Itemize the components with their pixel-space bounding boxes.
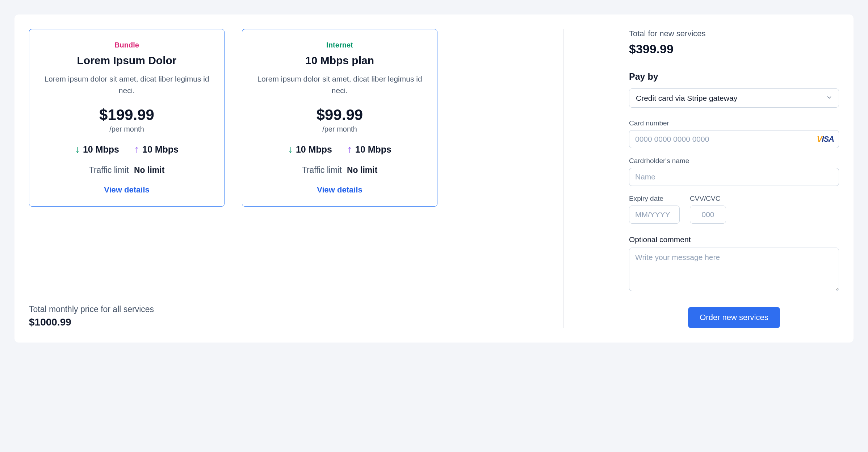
traffic-limit: Traffic limit No limit bbox=[252, 165, 427, 175]
expiry-cvv-row: Expiry date CVV/CVC bbox=[629, 195, 839, 232]
download-speed: ↓ 10 Mbps bbox=[288, 144, 332, 155]
expiry-input[interactable] bbox=[629, 206, 680, 224]
card-number-wrapper: VISA bbox=[629, 130, 839, 148]
arrow-down-icon: ↓ bbox=[75, 144, 80, 155]
plan-price: $99.99 bbox=[252, 106, 427, 124]
comment-label: Optional comment bbox=[629, 235, 839, 244]
comment-textarea[interactable] bbox=[629, 248, 839, 291]
cvv-col: CVV/CVC bbox=[690, 195, 726, 232]
plans-row: Bundle Lorem Ipsum Dolor Lorem ipsum dol… bbox=[29, 29, 549, 207]
plan-speeds: ↓ 10 Mbps ↑ 10 Mbps bbox=[252, 144, 427, 155]
plan-tag: Bundle bbox=[39, 41, 214, 49]
plan-card-internet: Internet 10 Mbps plan Lorem ipsum dolor … bbox=[242, 29, 437, 207]
download-speed: ↓ 10 Mbps bbox=[75, 144, 119, 155]
checkout-container: Bundle Lorem Ipsum Dolor Lorem ipsum dol… bbox=[14, 14, 854, 343]
payment-method-select[interactable]: Credit card via Stripe gateway bbox=[629, 88, 839, 108]
expiry-col: Expiry date bbox=[629, 195, 680, 232]
traffic-value: No limit bbox=[134, 165, 164, 175]
payment-method-select-wrapper: Credit card via Stripe gateway bbox=[629, 88, 839, 108]
traffic-value: No limit bbox=[347, 165, 377, 175]
plan-title: Lorem Ipsum Dolor bbox=[39, 54, 214, 67]
cardholder-input[interactable] bbox=[629, 168, 839, 186]
arrow-up-icon: ↑ bbox=[347, 144, 352, 155]
plan-description: Lorem ipsum dolor sit amet, dicat liber … bbox=[252, 73, 427, 96]
plan-price: $199.99 bbox=[39, 106, 214, 124]
expiry-label: Expiry date bbox=[629, 195, 680, 203]
plans-panel: Bundle Lorem Ipsum Dolor Lorem ipsum dol… bbox=[29, 29, 564, 328]
download-value: 10 Mbps bbox=[296, 144, 332, 155]
plan-tag: Internet bbox=[252, 41, 427, 49]
plan-period: /per month bbox=[252, 125, 427, 133]
arrow-up-icon: ↑ bbox=[134, 144, 139, 155]
cvv-input[interactable] bbox=[690, 206, 726, 224]
upload-value: 10 Mbps bbox=[355, 144, 391, 155]
download-value: 10 Mbps bbox=[83, 144, 119, 155]
arrow-down-icon: ↓ bbox=[288, 144, 293, 155]
plan-speeds: ↓ 10 Mbps ↑ 10 Mbps bbox=[39, 144, 214, 155]
new-services-total-value: $399.99 bbox=[629, 42, 839, 56]
traffic-limit: Traffic limit No limit bbox=[39, 165, 214, 175]
upload-speed: ↑ 10 Mbps bbox=[347, 144, 391, 155]
cvv-label: CVV/CVC bbox=[690, 195, 726, 203]
plan-card-bundle: Bundle Lorem Ipsum Dolor Lorem ipsum dol… bbox=[29, 29, 225, 207]
monthly-total: Total monthly price for all services $10… bbox=[29, 283, 549, 328]
monthly-total-value: $1000.99 bbox=[29, 316, 549, 328]
monthly-total-label: Total monthly price for all services bbox=[29, 304, 549, 314]
checkout-panel: Total for new services $399.99 Pay by Cr… bbox=[564, 29, 839, 328]
view-details-link[interactable]: View details bbox=[317, 185, 362, 194]
visa-icon: VISA bbox=[817, 134, 834, 144]
card-number-input[interactable] bbox=[629, 130, 839, 148]
cardholder-label: Cardrholder's name bbox=[629, 157, 839, 165]
plan-description: Lorem ipsum dolor sit amet, dicat liber … bbox=[39, 73, 214, 96]
view-details-link[interactable]: View details bbox=[104, 185, 150, 194]
pay-by-title: Pay by bbox=[629, 71, 839, 82]
card-number-label: Card number bbox=[629, 119, 839, 127]
traffic-label: Traffic limit bbox=[89, 165, 129, 175]
new-services-total-label: Total for new services bbox=[629, 29, 839, 38]
traffic-label: Traffic limit bbox=[302, 165, 342, 175]
plan-title: 10 Mbps plan bbox=[252, 54, 427, 67]
upload-speed: ↑ 10 Mbps bbox=[134, 144, 179, 155]
order-button[interactable]: Order new services bbox=[688, 307, 780, 328]
plan-period: /per month bbox=[39, 125, 214, 133]
upload-value: 10 Mbps bbox=[142, 144, 179, 155]
